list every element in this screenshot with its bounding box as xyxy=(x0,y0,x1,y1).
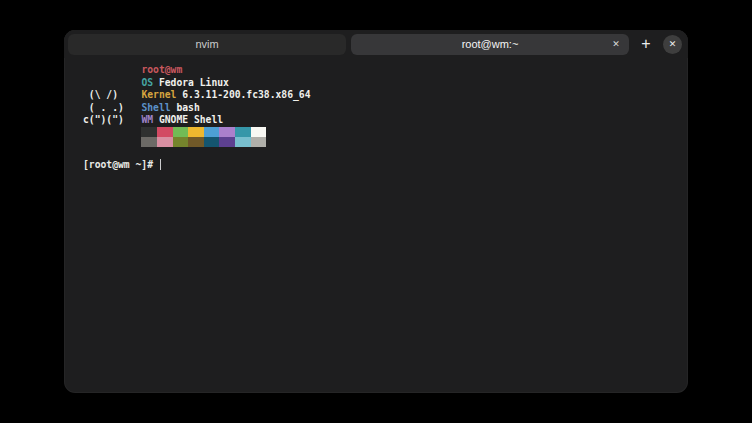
fetch-line-shell: ( . .)Shellbash xyxy=(83,102,680,115)
color-palette xyxy=(141,127,680,147)
palette-swatch xyxy=(219,137,235,147)
fetch-label-kernel: Kernel xyxy=(141,89,176,100)
fetch-value-wm: GNOME Shell xyxy=(159,114,223,125)
fetch-label-shell: Shell xyxy=(141,102,170,113)
palette-row-normal xyxy=(141,127,680,137)
window-close-button[interactable]: ✕ xyxy=(663,35,682,54)
fetch-value-kernel: 6.3.11-200.fc38.x86_64 xyxy=(182,89,310,100)
fetch-line-wm: c(")(")WMGNOME Shell xyxy=(83,114,680,127)
blank-line xyxy=(83,147,680,160)
tab-close-icon[interactable]: ✕ xyxy=(609,37,623,51)
palette-swatch xyxy=(204,137,220,147)
ascii-art-line: ( . .) xyxy=(83,102,141,115)
palette-swatch xyxy=(251,137,267,147)
palette-swatch xyxy=(173,127,189,137)
fetch-line-kernel: (\ /)Kernel6.3.11-200.fc38.x86_64 xyxy=(83,89,680,102)
palette-swatch xyxy=(219,127,235,137)
fetch-line-os: OSFedora Linux xyxy=(83,77,680,90)
tab-label: root@wm:~ xyxy=(462,38,519,50)
palette-row-bright xyxy=(141,137,680,147)
palette-swatch xyxy=(157,127,173,137)
fetch-line-title: root@wm xyxy=(83,64,680,77)
palette-swatch xyxy=(141,127,157,137)
tab-nvim[interactable]: nvim xyxy=(68,34,346,55)
palette-swatch xyxy=(235,127,251,137)
header-bar: nvim root@wm:~ ✕ + ✕ xyxy=(64,30,688,58)
fetch-value-os: Fedora Linux xyxy=(159,77,229,88)
palette-swatch xyxy=(173,137,189,147)
terminal-cursor xyxy=(160,159,162,170)
palette-swatch xyxy=(141,137,157,147)
shell-prompt: [root@wm ~]# xyxy=(83,159,159,170)
ascii-art-line: (\ /) xyxy=(83,89,141,102)
fetch-label-os: OS xyxy=(141,77,153,88)
fetch-title: root@wm xyxy=(141,64,182,75)
palette-swatch xyxy=(204,127,220,137)
tab-root-wm[interactable]: root@wm:~ ✕ xyxy=(351,34,629,55)
palette-swatch xyxy=(235,137,251,147)
terminal-window: nvim root@wm:~ ✕ + ✕ root@wm OSFedora Li… xyxy=(64,30,688,393)
palette-swatch xyxy=(157,137,173,147)
fetch-value-shell: bash xyxy=(176,102,199,113)
new-tab-button[interactable]: + xyxy=(634,32,658,56)
palette-swatch xyxy=(188,137,204,147)
fetch-label-wm: WM xyxy=(141,114,153,125)
terminal-content[interactable]: root@wm OSFedora Linux (\ /)Kernel6.3.11… xyxy=(64,58,688,393)
tab-label: nvim xyxy=(195,38,218,50)
ascii-art-line: c(")(") xyxy=(83,114,141,127)
prompt-line: [root@wm ~]# xyxy=(83,159,680,172)
palette-swatch xyxy=(188,127,204,137)
palette-swatch xyxy=(251,127,267,137)
